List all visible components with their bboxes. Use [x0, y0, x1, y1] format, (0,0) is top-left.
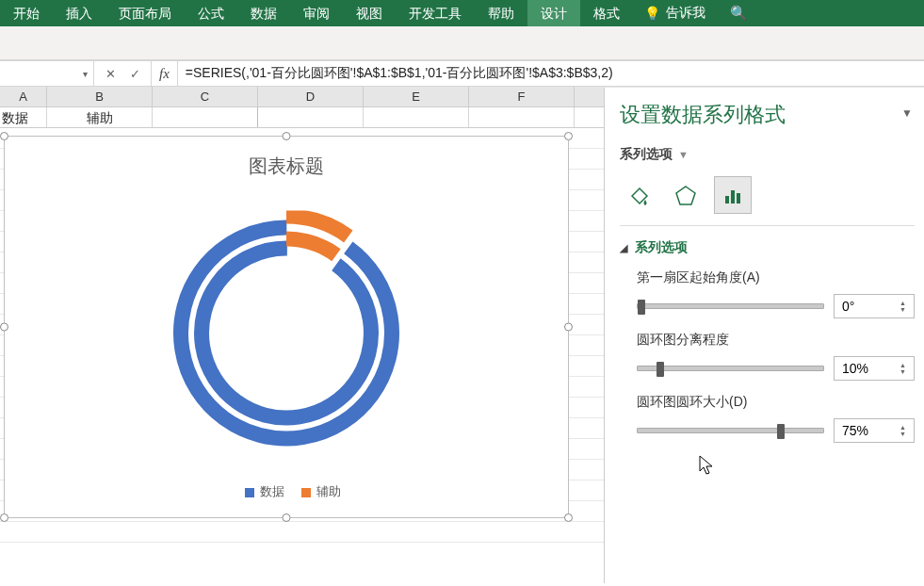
slider-first-slice-angle[interactable]	[637, 303, 824, 309]
col-header-f[interactable]: F	[469, 87, 575, 106]
chart-handle-ne[interactable]	[564, 132, 573, 140]
value-doughnut-hole-size[interactable]: 75% ▲▼	[834, 418, 915, 443]
panel-options-dropdown-icon[interactable]: ▼	[901, 106, 913, 120]
chevron-down-icon: ▼	[678, 149, 689, 160]
formula-bar-buttons: ✕ ✓	[94, 61, 152, 86]
legend-label-series2: 辅助	[316, 484, 341, 498]
bulb-icon: 💡	[644, 6, 660, 21]
ribbon-tab-design[interactable]: 设计	[527, 0, 580, 26]
ribbon-tab-review[interactable]: 审阅	[290, 0, 343, 26]
ribbon-tab-home[interactable]: 开始	[0, 0, 53, 26]
ribbon-tab-page-layout[interactable]: 页面布局	[105, 0, 185, 26]
slider-doughnut-hole-size[interactable]	[637, 428, 824, 433]
tell-me-label: 告诉我	[666, 5, 705, 22]
ribbon-tab-help[interactable]: 帮助	[475, 0, 527, 26]
chart-handle-e[interactable]	[564, 323, 573, 332]
value-first-slice-angle-text: 0°	[842, 299, 854, 314]
cell-b1[interactable]: 辅助	[47, 107, 153, 127]
cell-e1[interactable]	[364, 107, 469, 127]
ribbon-tab-data[interactable]: 数据	[237, 0, 290, 26]
ribbon-tab-view[interactable]: 视图	[343, 0, 396, 26]
col-header-d[interactable]: D	[258, 87, 364, 106]
fx-button[interactable]: fx	[152, 61, 178, 86]
svg-marker-4	[676, 187, 695, 204]
svg-rect-6	[731, 190, 735, 203]
series-options-dropdown[interactable]: 系列选项 ▼	[620, 146, 915, 163]
formula-input[interactable]	[178, 61, 924, 86]
accept-button[interactable]: ✓	[122, 61, 147, 86]
legend-swatch-series1	[245, 488, 254, 497]
cell-d1[interactable]	[258, 107, 364, 127]
stepper-doughnut-explosion[interactable]: ▲▼	[900, 362, 906, 375]
chart-object[interactable]: 图表标题 数据 辅助	[4, 136, 569, 518]
tab-fill-line[interactable]	[620, 176, 657, 214]
collapse-triangle-icon: ◢	[620, 242, 627, 254]
pentagon-icon	[673, 183, 698, 207]
col-header-c[interactable]: C	[153, 87, 258, 106]
legend-swatch-series2	[301, 488, 311, 497]
label-first-slice-angle: 第一扇区起始角度(A)	[637, 269, 915, 286]
cell-a1[interactable]: 数据	[0, 107, 47, 127]
stepper-first-slice-angle[interactable]: ▲▼	[900, 300, 906, 313]
label-doughnut-explosion: 圆环图分离程度	[637, 332, 915, 349]
chart-handle-w[interactable]	[0, 323, 8, 332]
svg-rect-7	[737, 193, 740, 203]
series-options-section-label: 系列选项	[635, 239, 688, 256]
col-header-a[interactable]: A	[0, 87, 47, 106]
name-box[interactable]: ▾	[0, 61, 94, 86]
ribbon-tab-format[interactable]: 格式	[580, 0, 633, 26]
series-options-dropdown-label: 系列选项	[620, 146, 673, 163]
ribbon-tab-formulas[interactable]: 公式	[185, 0, 237, 26]
name-box-dropdown-icon[interactable]: ▾	[83, 69, 88, 79]
tab-series-options[interactable]	[714, 176, 752, 214]
cancel-button[interactable]: ✕	[98, 61, 122, 86]
mouse-cursor-icon	[699, 455, 716, 480]
chart-handle-n[interactable]	[283, 132, 291, 140]
ribbon-tab-developer[interactable]: 开发工具	[396, 0, 475, 26]
format-panel-title: 设置数据系列格式	[620, 101, 915, 129]
field-doughnut-hole-size: 圆环图圆环大小(D) 75% ▲▼	[637, 394, 915, 443]
chart-handle-sw[interactable]	[0, 513, 8, 522]
search-icon[interactable]: 🔍	[730, 5, 748, 22]
chart-handle-s[interactable]	[283, 513, 291, 522]
series-options-section-header[interactable]: ◢ 系列选项	[620, 239, 915, 256]
ribbon: 开始 插入 页面布局 公式 数据 审阅 视图 开发工具 帮助 设计 格式 💡 告…	[0, 0, 924, 26]
value-doughnut-explosion[interactable]: 10% ▲▼	[834, 356, 915, 381]
bar-chart-icon	[721, 183, 745, 207]
format-icon-tabs	[620, 176, 915, 226]
format-panel: 设置数据系列格式 ▼ 系列选项 ▼ ◢ 系列选项 第一扇区起始角度(A)	[604, 88, 924, 583]
svg-rect-5	[725, 196, 729, 203]
field-first-slice-angle: 第一扇区起始角度(A) 0° ▲▼	[637, 269, 915, 318]
doughnut-chart[interactable]	[164, 211, 409, 459]
paint-bucket-icon	[626, 183, 651, 207]
chart-legend[interactable]: 数据 辅助	[5, 483, 568, 500]
stepper-doughnut-hole-size[interactable]: ▲▼	[900, 424, 906, 437]
formula-bar: ▾ ✕ ✓ fx	[0, 60, 924, 87]
value-doughnut-hole-size-text: 75%	[842, 423, 868, 438]
field-doughnut-explosion: 圆环图分离程度 10% ▲▼	[637, 332, 915, 381]
tell-me[interactable]: 💡 告诉我	[633, 5, 717, 22]
value-first-slice-angle[interactable]: 0° ▲▼	[834, 294, 915, 318]
ribbon-toolbar-area	[0, 26, 924, 60]
chart-handle-se[interactable]	[564, 513, 573, 522]
ribbon-tab-insert[interactable]: 插入	[53, 0, 105, 26]
cell-f1[interactable]	[469, 107, 575, 127]
col-header-e[interactable]: E	[364, 87, 469, 106]
slider-doughnut-explosion[interactable]	[637, 366, 824, 371]
cell-c1[interactable]	[153, 107, 258, 127]
svg-point-2	[168, 215, 404, 451]
value-doughnut-explosion-text: 10%	[842, 361, 868, 376]
chart-title[interactable]: 图表标题	[5, 137, 568, 179]
label-doughnut-hole-size: 圆环图圆环大小(D)	[637, 394, 915, 411]
legend-label-series1: 数据	[260, 484, 284, 498]
tab-effects[interactable]	[667, 176, 705, 214]
col-header-b[interactable]: B	[47, 87, 153, 106]
chart-handle-nw[interactable]	[0, 132, 8, 140]
